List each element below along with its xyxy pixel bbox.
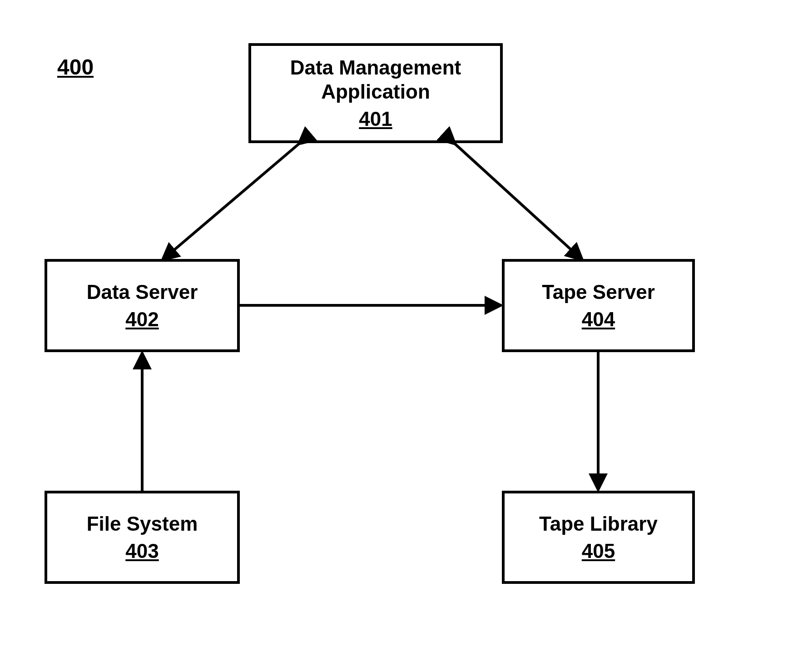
arrow-data-management-to-tape-server <box>454 143 581 259</box>
box-number: 404 <box>582 308 615 331</box>
box-number: 401 <box>359 108 392 130</box>
box-data-management-application: Data Management Application 401 <box>248 43 503 143</box>
box-number: 405 <box>582 540 615 562</box>
box-title: Data Server <box>87 280 198 304</box>
box-title: Tape Server <box>542 280 655 304</box>
box-title: File System <box>87 512 198 536</box>
box-title: Data Management Application <box>290 56 461 104</box>
box-tape-library: Tape Library 405 <box>502 491 695 584</box>
box-number: 402 <box>125 308 159 331</box>
arrow-data-management-to-data-server <box>164 143 300 259</box>
box-data-server: Data Server 402 <box>45 259 240 352</box>
box-file-system: File System 403 <box>45 491 240 584</box>
box-tape-server: Tape Server 404 <box>502 259 695 352</box>
box-title: Tape Library <box>539 512 658 536</box>
figure-label: 400 <box>57 55 94 80</box>
box-number: 403 <box>125 540 159 562</box>
